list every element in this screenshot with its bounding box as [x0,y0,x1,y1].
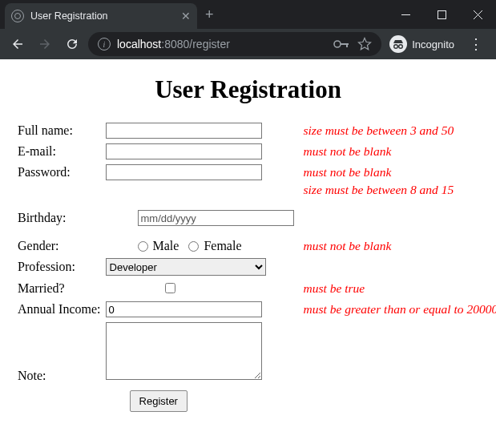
address-right [333,37,372,51]
note-label: Note: [18,320,106,385]
browser-toolbar: i localhost:8080/register Incognito ⋮ [0,29,496,59]
site-info-icon[interactable]: i [98,38,111,50]
incognito-icon [389,35,407,53]
titlebar: User Registration ✕ + [0,0,496,29]
married-checkbox[interactable] [165,283,175,293]
close-tab-icon[interactable]: ✕ [181,10,191,22]
url-text: localhost:8080/register [117,38,230,50]
email-error: must not be blank [299,141,496,162]
gender-male-label: Male [153,239,179,253]
income-error: must be greater than or equal to 20000 [299,299,496,320]
income-label: Annual Income: [18,299,106,320]
fullname-error: size must be between 3 and 50 [299,120,496,141]
gender-female-label: Female [204,239,241,253]
tab-title: User Registration [30,10,108,22]
svg-rect-6 [346,43,348,47]
svg-point-7 [394,45,398,49]
married-error: must be true [299,278,496,299]
note-textarea[interactable] [106,322,262,380]
birthday-input[interactable] [138,210,294,226]
page-title: User Registration [18,75,478,104]
browser-tab[interactable]: User Registration ✕ [5,3,197,29]
incognito-label: Incognito [412,38,454,50]
maximize-button[interactable] [424,0,460,29]
svg-rect-1 [438,10,446,18]
email-input[interactable] [106,143,262,159]
fullname-input[interactable] [106,123,262,139]
password-input[interactable] [106,164,262,180]
password-error-2: size must be between 8 and 15 [299,183,496,200]
back-button[interactable] [6,33,29,55]
menu-button[interactable]: ⋮ [462,35,490,53]
password-label: Password: [18,162,106,183]
svg-point-4 [334,41,341,47]
income-input[interactable] [106,301,262,317]
page-content: User Registration Full name: size must b… [0,59,496,430]
gender-label: Gender: [18,236,106,256]
profession-select[interactable]: Developer [106,258,266,276]
key-icon[interactable] [333,39,349,49]
gender-male-radio[interactable] [138,241,148,252]
password-error-1: must not be blank [299,162,496,183]
svg-point-8 [399,45,403,49]
browser-chrome: User Registration ✕ + i localhos [0,0,496,59]
email-label: E-mail: [18,141,106,162]
close-window-button[interactable] [460,0,496,29]
window-controls [388,0,496,29]
gender-error: must not be blank [299,236,496,256]
profession-label: Profession: [18,256,106,278]
star-icon[interactable] [357,37,372,51]
globe-icon [11,10,24,22]
incognito-badge: Incognito [386,35,458,53]
register-button[interactable]: Register [130,390,188,412]
gender-female-radio[interactable] [188,241,199,252]
forward-button[interactable] [34,33,56,55]
fullname-label: Full name: [18,120,106,141]
registration-form: Full name: size must be between 3 and 50… [18,120,496,414]
birthday-label: Birthday: [18,208,106,228]
reload-button[interactable] [61,33,83,55]
new-tab-button[interactable]: + [197,6,222,23]
address-bar[interactable]: i localhost:8080/register [88,32,381,56]
married-label: Married? [18,278,106,299]
minimize-button[interactable] [388,0,424,29]
svg-rect-0 [401,14,410,15]
